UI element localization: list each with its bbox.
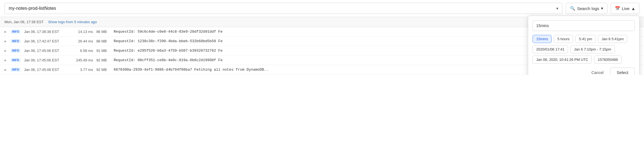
quick-options-list: 15mins 5 hours 5:41 pm Jan 6 5:41pm 2020… bbox=[533, 35, 635, 64]
time-range-input[interactable] bbox=[533, 20, 635, 31]
live-label: Live bbox=[622, 6, 630, 11]
search-icon: 🔍 bbox=[570, 6, 575, 11]
search-logs-button[interactable]: 🔍 Search logs ▾ bbox=[566, 3, 607, 14]
function-selector[interactable]: my-notes-prod-listNotes ▾ bbox=[4, 3, 562, 14]
log-level-badge: INFO bbox=[11, 58, 21, 62]
log-memory: 92 MB bbox=[96, 68, 110, 72]
live-button[interactable]: 📅 Live ▲ bbox=[611, 3, 640, 14]
chevron-down-icon: ▾ bbox=[556, 6, 558, 11]
quick-option-jan6-541pm[interactable]: Jan 6 5:41pm bbox=[598, 35, 627, 43]
header-bar: my-notes-prod-listNotes ▾ 🔍 Search logs … bbox=[0, 0, 644, 17]
log-timestamp: Jan 06, 17:45:06 EST bbox=[24, 58, 69, 62]
log-memory: 91 MB bbox=[96, 49, 110, 53]
log-timestamp: Jan 06, 17:45:06 EST bbox=[24, 49, 69, 53]
log-message: 6678300a-2939-4ef1-9886-d4b794f08ba7 Fet… bbox=[114, 68, 268, 72]
log-level-badge: INFO bbox=[11, 68, 21, 72]
expand-arrow-icon[interactable]: ▶ bbox=[4, 68, 7, 71]
quick-option-utc[interactable]: Jan 06, 2020, 10:41:26 PM UTC bbox=[533, 56, 592, 64]
search-logs-label: Search logs bbox=[577, 6, 599, 11]
log-timestamp: Jan 06, 17:38:38 EST bbox=[24, 30, 69, 34]
log-memory: 86 MB bbox=[96, 30, 110, 34]
log-header-timestamp: Mon, Jan 06, 17:38 EST bbox=[4, 20, 44, 24]
calendar-icon: 📅 bbox=[615, 6, 620, 11]
quick-option-jan6-range[interactable]: Jan 6 7:10pm - 7:15pm bbox=[570, 45, 615, 53]
log-level-badge: INFO bbox=[11, 49, 21, 53]
quick-option-timestamp[interactable]: 1578350486 bbox=[594, 56, 621, 64]
log-duration: 26.44 ms bbox=[72, 39, 93, 43]
log-timestamp: Jan 06, 17:45:06 EST bbox=[24, 68, 69, 72]
search-chevron-icon: ▾ bbox=[601, 6, 603, 11]
live-chevron-icon: ▲ bbox=[631, 6, 635, 11]
quick-option-15mins[interactable]: 15mins bbox=[533, 35, 552, 43]
time-range-dropdown: 15mins 5 hours 5:41 pm Jan 6 5:41pm 2020… bbox=[528, 16, 640, 75]
log-message: RequestId: e295f526-b6a3-4759-b507-b3932… bbox=[114, 49, 223, 53]
log-timestamp: Jan 06, 17:42:47 EST bbox=[24, 39, 69, 43]
log-duration: 245.49 ms bbox=[72, 58, 93, 62]
dropdown-footer: Cancel Select bbox=[533, 68, 635, 75]
log-memory: 88 MB bbox=[96, 39, 110, 43]
log-memory: 92 MB bbox=[96, 58, 110, 62]
log-message: RequestId: 59c6c4de-c0e8-44c8-83e9-28df3… bbox=[114, 30, 223, 34]
expand-arrow-icon[interactable]: ▶ bbox=[4, 49, 7, 52]
log-level-badge: INFO bbox=[11, 30, 21, 34]
select-button[interactable]: Select bbox=[610, 68, 635, 75]
function-name: my-notes-prod-listNotes bbox=[9, 6, 56, 11]
quick-option-541pm[interactable]: 5:41 pm bbox=[575, 35, 596, 43]
log-duration: 6.58 ms bbox=[72, 49, 93, 53]
expand-arrow-icon[interactable]: ▶ bbox=[4, 40, 7, 43]
cancel-button[interactable]: Cancel bbox=[588, 68, 608, 75]
log-message: RequestId: 1238c38c-f298-4bda-bbeb-532b6… bbox=[114, 39, 223, 43]
log-duration: 14.13 ms bbox=[72, 30, 93, 34]
log-message: RequestId: 00cff351-ce6b-4e0c-819a-6b6c2… bbox=[114, 58, 223, 62]
log-duration: 3.77 ms bbox=[72, 68, 93, 72]
log-level-badge: INFO bbox=[11, 39, 21, 43]
show-logs-link[interactable]: Show logs from 5 minutes ago bbox=[48, 20, 97, 24]
expand-arrow-icon[interactable]: ▶ bbox=[4, 59, 7, 62]
quick-option-5hours[interactable]: 5 hours bbox=[554, 35, 573, 43]
expand-arrow-icon[interactable]: ▶ bbox=[4, 30, 7, 33]
page-container: my-notes-prod-listNotes ▾ 🔍 Search logs … bbox=[0, 0, 644, 75]
quick-option-2020-date[interactable]: 2020/01/06 17:41 bbox=[533, 45, 568, 53]
